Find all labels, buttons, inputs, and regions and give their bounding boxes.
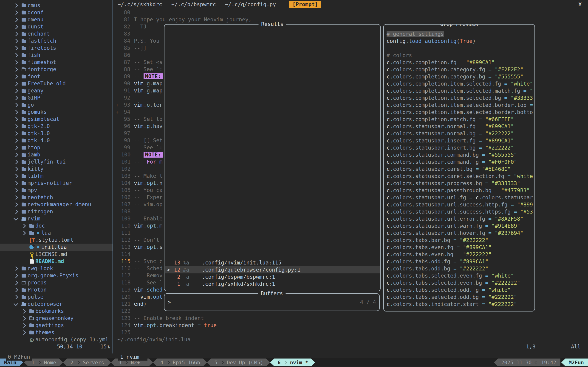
chevron-right-icon[interactable]: [14, 174, 18, 178]
chevron-right-icon[interactable]: [14, 209, 18, 214]
chevron-right-icon[interactable]: [14, 81, 18, 86]
tab-buffer-bspwmrc[interactable]: ~/.c/b/bspwmrc: [171, 1, 216, 8]
tree-item-fontforge[interactable]: fontforge: [0, 66, 112, 73]
chevron-right-icon[interactable]: [14, 202, 18, 207]
tree-item-lua[interactable]: lua: [0, 229, 112, 236]
chevron-right-icon[interactable]: [14, 117, 18, 122]
chevron-right-icon[interactable]: [21, 224, 26, 228]
tree-item-pulse[interactable]: pulse: [0, 293, 112, 300]
tree-item-readme-md[interactable]: README.md: [0, 258, 112, 265]
tab-prompt-active[interactable]: [Prompt]: [289, 1, 321, 8]
chevron-right-icon[interactable]: [14, 138, 18, 143]
result-item-config-qutebrowser-config-py-1[interactable]: >12#a.config/qutebrowser/config.py:1: [165, 266, 380, 273]
tree-item-mpv[interactable]: mpv: [0, 187, 112, 194]
tree-item-nvim[interactable]: nvim: [0, 215, 112, 222]
tab-buffer-configpy[interactable]: ~/.c/q/config.py: [225, 1, 276, 8]
chevron-right-icon[interactable]: [14, 39, 18, 43]
chevron-right-icon[interactable]: [14, 110, 18, 115]
chevron-right-icon[interactable]: [14, 281, 18, 285]
chevron-right-icon[interactable]: [21, 316, 26, 321]
tree-item-dmenu[interactable]: dmenu: [0, 16, 112, 23]
chevron-right-icon[interactable]: [14, 145, 18, 150]
chevron-right-icon[interactable]: [14, 96, 18, 100]
tree-item-libfm[interactable]: libfm: [0, 173, 112, 180]
tab-buffer-sxhkdrc[interactable]: ~/.c/s/sxhkdrc: [118, 1, 162, 8]
chevron-right-icon[interactable]: [14, 53, 18, 58]
tree-item-cmus[interactable]: cmus: [0, 2, 112, 9]
tree-item-firetools[interactable]: firetools: [0, 44, 112, 52]
result-item-config-bspwm-bspwmrc-1[interactable]: 2a.config/bspwm/bspwmrc:1: [165, 273, 380, 281]
tree-item-gtk-3-0[interactable]: gtk-3.0: [0, 130, 112, 137]
tree-item-gomuks[interactable]: gomuks: [0, 108, 112, 116]
chevron-right-icon[interactable]: [14, 181, 18, 186]
chevron-right-icon[interactable]: [14, 295, 18, 299]
tree-item-gsimplecal[interactable]: gsimplecal: [0, 116, 112, 123]
chevron-right-icon[interactable]: [14, 46, 18, 50]
chevron-right-icon[interactable]: [14, 3, 18, 8]
chevron-right-icon[interactable]: [21, 330, 26, 335]
chevron-right-icon[interactable]: [14, 195, 18, 200]
tree-item-go[interactable]: go: [0, 101, 112, 108]
chevron-right-icon[interactable]: [14, 25, 18, 29]
tree-item-qutebrowser[interactable]: qutebrowser: [0, 300, 112, 308]
chevron-down-icon[interactable]: [14, 301, 18, 306]
chevron-right-icon[interactable]: [21, 309, 26, 314]
tree-item-htop[interactable]: htop: [0, 144, 112, 151]
chevron-right-icon[interactable]: [14, 160, 18, 164]
chevron-down-icon[interactable]: [14, 216, 18, 221]
tree-item-autoconfig-copy-1-yml[interactable]: autoconfig (copy 1).yml: [0, 336, 112, 343]
chevron-right-icon[interactable]: [14, 124, 18, 129]
tree-item-qsettings[interactable]: qsettings: [0, 322, 112, 329]
chevron-right-icon[interactable]: [14, 288, 18, 292]
chevron-right-icon[interactable]: [14, 67, 18, 72]
tree-item-dconf[interactable]: dconf: [0, 9, 112, 16]
tree-item-org-gnome-ptyxis[interactable]: org.gnome.Ptyxis: [0, 272, 112, 279]
tree-item-kitty[interactable]: kitty: [0, 165, 112, 173]
result-item-config-sxhkd-sxhkdrc-1[interactable]: 1a.config/sxhkd/sxhkdrc:1: [165, 281, 380, 288]
chevron-right-icon[interactable]: [14, 17, 18, 22]
chevron-right-icon[interactable]: [21, 323, 26, 328]
chevron-right-icon[interactable]: [14, 60, 18, 65]
tree-item-stylua-toml[interactable]: .stylua.toml: [0, 236, 112, 244]
tree-item-license-md[interactable]: LICENSE.md: [0, 251, 112, 258]
tree-item-proton[interactable]: Proton: [0, 286, 112, 293]
buffers-window[interactable]: Buffers > 4 / 4: [164, 293, 380, 311]
chevron-right-icon[interactable]: [14, 74, 18, 79]
tree-item-dunst[interactable]: dunst: [0, 23, 112, 30]
tree-item-freetube-old[interactable]: FreeTube-old: [0, 80, 112, 87]
tree-item-fastfetch[interactable]: fastfetch: [0, 37, 112, 44]
picker-prompt[interactable]: >: [168, 299, 171, 306]
tree-item-mpris-notifier[interactable]: mpris-notifier: [0, 180, 112, 187]
chevron-right-icon[interactable]: [14, 131, 18, 136]
tree-item-doc[interactable]: doc: [0, 222, 112, 229]
tree-item-gtk-4-0[interactable]: gtk-4.0: [0, 137, 112, 144]
tree-item-fish[interactable]: fish: [0, 52, 112, 59]
tmux-window-dev-up-cm5[interactable]: 5Dev-Up-(CM5): [207, 359, 270, 366]
tree-item-flameshot[interactable]: flameshot: [0, 59, 112, 66]
tree-item-enchant[interactable]: enchant: [0, 30, 112, 37]
tree-item-geany[interactable]: geany: [0, 87, 112, 94]
tmux-window-nvim[interactable]: 6nvim *: [270, 359, 315, 366]
chevron-right-icon[interactable]: [14, 32, 18, 36]
chevron-right-icon[interactable]: [14, 266, 18, 271]
close-icon[interactable]: X: [578, 1, 582, 8]
tree-item-gimp[interactable]: GIMP: [0, 94, 112, 101]
chevron-right-icon[interactable]: [14, 188, 18, 193]
tree-item-themes[interactable]: themes: [0, 329, 112, 336]
tmux-window-rpi5-16gb[interactable]: 4Rpi5-16Gb: [153, 359, 207, 366]
chevron-right-icon[interactable]: [14, 273, 18, 278]
tree-item-gtk-2-0[interactable]: gtk-2.0: [0, 123, 112, 130]
chevron-right-icon[interactable]: [14, 10, 18, 15]
tree-item-bookmarks[interactable]: bookmarks: [0, 308, 112, 315]
chevron-right-icon[interactable]: [14, 103, 18, 107]
result-item-config-nvim-init-lua-115[interactable]: 13%a.config/nvim/init.lua:115: [165, 259, 380, 266]
tree-item-nitrogen[interactable]: nitrogen: [0, 208, 112, 215]
tree-item-foot[interactable]: foot: [0, 73, 112, 80]
tree-item-greasemonkey[interactable]: greasemonkey: [0, 315, 112, 322]
tree-item-jellyfin-tui[interactable]: jellyfin-tui: [0, 158, 112, 165]
tree-item-iamb[interactable]: iamb: [0, 151, 112, 158]
chevron-right-icon[interactable]: [14, 152, 18, 157]
tree-item-nwg-look[interactable]: nwg-look: [0, 265, 112, 272]
tree-item-init-lua[interactable]: init.lua: [0, 244, 112, 251]
chevron-right-icon[interactable]: [21, 231, 26, 235]
